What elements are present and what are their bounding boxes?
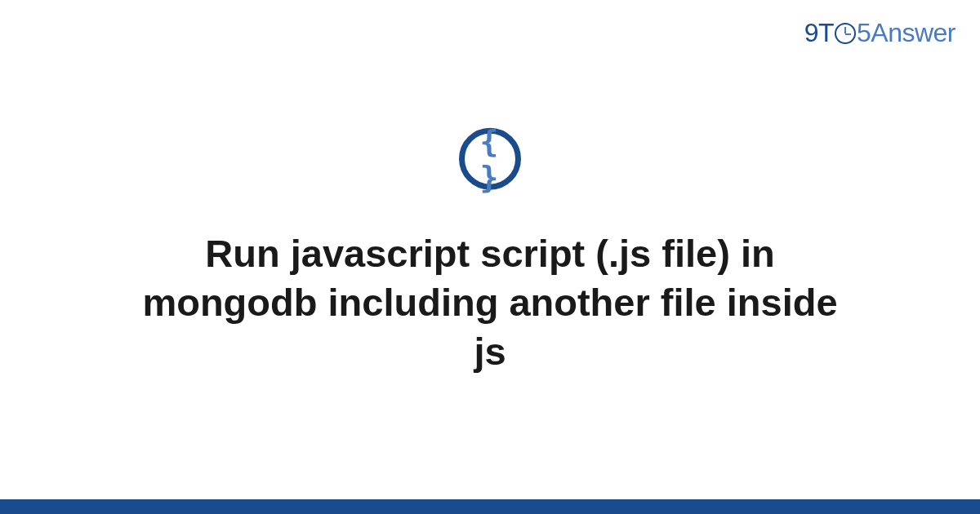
main-content: { } Run javascript script (.js file) in … — [0, 128, 980, 376]
braces-glyph: { } — [465, 123, 515, 195]
bottom-accent-bar — [0, 499, 980, 514]
page-title: Run javascript script (.js file) in mong… — [122, 229, 858, 376]
logo-part-nine: 9 — [804, 18, 818, 48]
code-braces-icon: { } — [459, 128, 521, 190]
logo-part-t: T — [818, 18, 834, 48]
logo-part-answer: Answer — [871, 18, 956, 48]
site-logo: 9 T 5 Answer — [804, 18, 956, 48]
logo-part-five: 5 — [857, 18, 871, 48]
clock-icon — [835, 23, 856, 44]
